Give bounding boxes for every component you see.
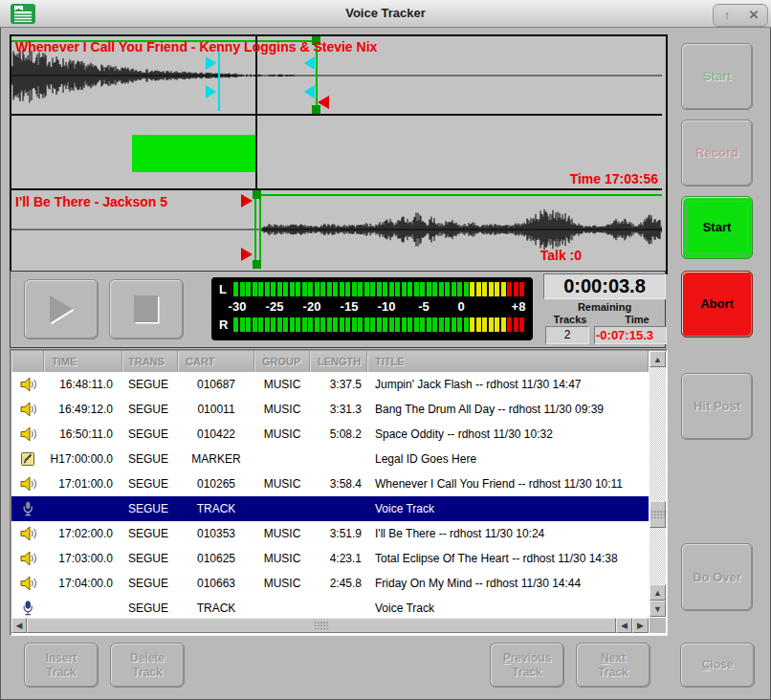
maximize-button[interactable]: ↑ [716,6,738,25]
log-row[interactable]: 17:02:00.0SEGUE010353MUSIC3:51.9I'll Be … [11,521,649,546]
cell-title: Friday On My Mind -- rdhost 11/30 14:44 [367,571,649,596]
scroll-up-icon[interactable]: ▲ [650,584,666,601]
log-row[interactable]: 17:04:00.0SEGUE010663MUSIC2:45.8Friday O… [11,571,649,596]
horizontal-scrollbar[interactable]: ◀ ◀ ▶ [11,618,649,633]
log-row[interactable]: 16:49:12.0SEGUE010011MUSIC3:31.3Bang The… [11,397,649,422]
cell-length: 3:51.9 [310,521,367,546]
meter-segment [439,282,444,296]
segue-handle-top[interactable] [253,190,261,199]
meter-scale-label: -10 [378,299,396,314]
abort-button[interactable]: Abort [681,271,753,338]
cell-length [310,496,367,521]
meter-segment [308,317,313,332]
meter-segment [246,317,251,332]
meter-segment [482,317,487,332]
play-button[interactable] [24,279,99,339]
column-header-time[interactable]: TIME [44,351,122,372]
fade-marker-bottom[interactable] [304,85,315,98]
insert-track-button[interactable]: InsertTrack [24,643,99,688]
meter-segment [308,282,313,296]
track2-start-marker-top[interactable] [241,194,253,208]
voicetrack-lane[interactable]: Time 17:03:56 [11,116,662,190]
log-row[interactable]: H17:00:00.0SEGUEMARKERLegal ID Goes Here [11,447,649,471]
start-previous-button[interactable]: Start [681,43,753,110]
meter-segment [495,282,499,296]
meter-segment [271,282,275,296]
track2-title: I'll Be There - Jackson 5 [15,194,167,209]
vertical-scrollbar[interactable]: ▲ ▲ ▼ [650,351,666,617]
cell-group: MUSIC [254,546,310,571]
column-header-icon[interactable] [11,351,44,372]
segue-start-line-b[interactable] [259,190,261,269]
meter-segment [352,317,357,332]
scroll-down-icon[interactable]: ▼ [650,601,666,617]
meter-segment [377,282,382,296]
cell-title: Whenever I Call You Friend -- rdhost 11/… [367,471,649,496]
speaker-icon [11,397,44,422]
scroll-up-icon[interactable]: ▲ [650,351,666,367]
cell-group: MUSIC [254,422,310,447]
log-row[interactable]: 16:50:11.0SEGUE010422MUSIC5:08.2Space Od… [11,422,649,447]
cell-cart: 010353 [178,521,254,546]
column-header-length[interactable]: LENGTH [310,351,367,372]
meter-segment [495,317,499,332]
fadedown-marker-top[interactable] [206,56,216,70]
cell-trans: SEGUE [122,571,178,596]
column-header-trans[interactable]: TRANS [122,351,178,372]
fadedown-marker-bottom[interactable] [206,85,216,98]
scroll-left-icon[interactable]: ◀ [616,618,632,633]
next-track-button[interactable]: NextTrack [576,643,650,688]
cell-cart: TRACK [178,596,254,618]
log-table-header[interactable]: TIMETRANSCARTGROUPLENGTHTITLE [11,351,649,372]
voicetrack-segue-block[interactable] [132,135,257,172]
log-row[interactable]: SEGUETRACKVoice Track [11,496,649,521]
track1-title: Whenever I Call You Friend - Kenny Loggi… [15,39,377,55]
waveform-track-previous[interactable]: Whenever I Call You Friend - Kenny Loggi… [11,36,662,116]
scroll-left-icon[interactable]: ◀ [11,618,27,633]
cell-cart: MARKER [178,447,254,471]
horizontal-scroll-thumb[interactable] [27,618,616,633]
stop-button[interactable] [109,279,184,339]
meter-scale-label: 0 [457,299,464,314]
log-row[interactable]: 17:01:00.0SEGUE010265MUSIC3:58.4Whenever… [11,471,649,496]
fade-marker-top[interactable] [304,56,315,70]
meter-segment [507,317,512,332]
waveform-track-next[interactable]: I'll Be There - Jackson 5 Talk :0 [11,190,662,269]
mic-icon [11,496,44,521]
cell-time [44,496,122,521]
segue-handle-bottom[interactable] [253,260,261,269]
start-next-button[interactable]: Start [681,196,753,259]
meter-segment [377,317,382,332]
close-window-button[interactable]: ✕ [742,6,765,25]
end-marker[interactable] [318,96,329,109]
waveform-editor: Whenever I Call You Friend - Kenny Loggi… [10,34,668,274]
column-header-cart[interactable]: CART [178,351,254,372]
column-header-title[interactable]: TITLE [367,351,649,372]
cell-group: MUSIC [254,372,310,397]
meter-segment [420,317,425,332]
meter-segment [340,282,344,296]
column-header-group[interactable]: GROUP [254,351,310,372]
meter-segment [420,282,425,296]
meter-segment [519,317,524,332]
log-row[interactable]: SEGUETRACKVoice Track [11,596,649,618]
record-button[interactable]: Record [681,120,753,186]
track2-start-marker-bottom[interactable] [241,248,253,261]
cell-title: Space Oddity -- rdhost 11/30 10:32 [367,422,649,447]
log-row[interactable]: 17:03:00.0SEGUE010625MUSIC4:23.1Total Ec… [11,546,649,571]
do-over-button[interactable]: Do Over [681,543,753,611]
cell-length: 5:08.2 [310,422,367,447]
scroll-right-icon[interactable]: ▶ [632,618,649,633]
speaker-icon [11,372,44,397]
cell-cart: 010265 [178,471,254,496]
speaker-icon [11,571,44,596]
log-row[interactable]: 16:48:11.0SEGUE010687MUSIC3:37.5Jumpin' … [11,372,649,397]
delete-track-button[interactable]: DeleteTrack [110,643,185,688]
segue-start-line-a[interactable] [254,190,256,269]
close-button[interactable]: Close [680,643,755,688]
fadedown-marker-line[interactable] [218,46,220,111]
vertical-scroll-thumb[interactable] [650,501,666,528]
previous-track-button[interactable]: PreviousTrack [490,643,564,688]
cell-group: MUSIC [254,571,310,596]
hit-post-button[interactable]: Hit Post [681,373,753,440]
